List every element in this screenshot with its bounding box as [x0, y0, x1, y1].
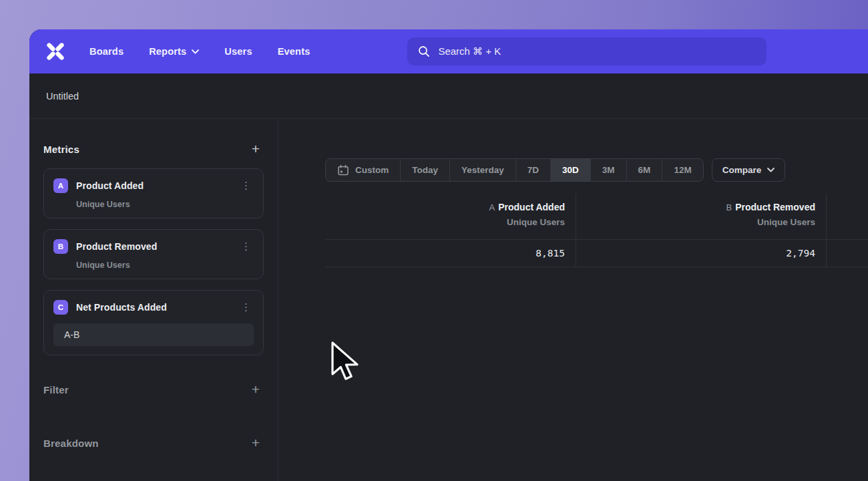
table-header-row: AProduct Added Unique Users BProduct Rem…: [325, 194, 868, 239]
metric-aggregation[interactable]: Unique Users: [76, 200, 254, 209]
date-range-label: 12M: [674, 165, 691, 175]
mixpanel-logo-icon[interactable]: [44, 40, 67, 63]
search-input[interactable]: Search ⌘ + K: [407, 37, 767, 65]
date-range-toolbar: Custom Today Yesterday 7D 30D 3M 6M 12M …: [325, 158, 785, 182]
metric-title: Product Added: [76, 180, 144, 191]
kebab-menu-icon[interactable]: ⋮: [239, 240, 254, 253]
date-range-label: 3M: [602, 165, 615, 175]
table-row: 8,815 2,794: [325, 239, 868, 267]
nav-menu: Boards Reports Users Events: [89, 46, 310, 57]
metric-card-product-added[interactable]: A Product Added ⋮ Unique Users: [43, 168, 264, 218]
search-placeholder: Search ⌘ + K: [438, 45, 501, 57]
column-title: Product Added: [498, 202, 565, 212]
nav-item-label: Events: [278, 46, 310, 57]
filter-section-label: Filter: [43, 384, 69, 395]
date-range-custom[interactable]: Custom: [326, 159, 400, 181]
date-range-segmented-control: Custom Today Yesterday 7D 30D 3M 6M 12M: [325, 158, 704, 182]
breakdown-section-label: Breakdown: [43, 438, 99, 449]
nav-item-label: Reports: [149, 46, 186, 57]
date-range-label: 6M: [638, 165, 651, 175]
metric-card-net-products-added[interactable]: C Net Products Added ⋮ A-B: [43, 290, 264, 355]
date-range-today[interactable]: Today: [400, 159, 449, 181]
add-metric-button[interactable]: +: [248, 141, 264, 157]
app-window: Boards Reports Users Events Search ⌘ + K: [29, 29, 868, 481]
nav-item-boards[interactable]: Boards: [89, 46, 124, 57]
date-range-12m[interactable]: 12M: [662, 159, 702, 181]
value-cell-product-removed: 2,794: [576, 240, 827, 267]
top-nav: Boards Reports Users Events Search ⌘ + K: [29, 29, 868, 73]
compare-label: Compare: [722, 165, 762, 175]
chevron-down-icon: [192, 49, 199, 54]
kebab-menu-icon[interactable]: ⋮: [239, 301, 254, 313]
report-title[interactable]: Untitled: [46, 91, 79, 102]
logo-x-glyph: [45, 41, 65, 61]
column-header-product-removed[interactable]: BProduct Removed Unique Users: [576, 194, 827, 239]
nav-item-events[interactable]: Events: [278, 46, 310, 57]
column-header-spacer: [827, 194, 868, 239]
report-header: Untitled: [29, 73, 868, 119]
metric-badge-c: C: [53, 300, 68, 315]
date-range-label: Custom: [355, 165, 389, 175]
add-breakdown-button[interactable]: +: [248, 435, 264, 451]
compare-button[interactable]: Compare: [712, 158, 786, 182]
nav-item-label: Users: [224, 46, 252, 57]
nav-item-label: Boards: [89, 46, 124, 57]
kebab-menu-icon[interactable]: ⋮: [239, 180, 254, 192]
date-range-label: 30D: [562, 165, 579, 175]
column-badge-letter: A: [489, 202, 495, 212]
date-range-7d[interactable]: 7D: [515, 159, 550, 181]
date-range-label: Today: [412, 165, 438, 175]
metric-badge-a: A: [53, 178, 68, 193]
search-icon: [418, 45, 430, 57]
date-range-30d-selected[interactable]: 30D: [550, 159, 590, 181]
value-cell-spacer: [827, 240, 868, 267]
nav-item-reports[interactable]: Reports: [149, 46, 199, 57]
metrics-section-label: Metrics: [43, 144, 79, 155]
nav-item-users[interactable]: Users: [224, 46, 252, 57]
metric-card-product-removed[interactable]: B Product Removed ⋮ Unique Users: [43, 229, 264, 279]
calendar-icon: [337, 164, 349, 176]
query-builder-sidebar: Metrics + A Product Added ⋮ Unique Users…: [29, 119, 278, 481]
metric-title: Product Removed: [76, 241, 157, 252]
filter-section-header: Filter +: [43, 379, 264, 399]
date-range-yesterday[interactable]: Yesterday: [449, 159, 515, 181]
date-range-label: 7D: [527, 165, 539, 175]
formula-input[interactable]: A-B: [53, 323, 254, 346]
column-subtitle: Unique Users: [576, 217, 815, 227]
add-filter-button[interactable]: +: [248, 381, 264, 397]
date-range-6m[interactable]: 6M: [626, 159, 662, 181]
metric-aggregation[interactable]: Unique Users: [76, 261, 254, 270]
date-range-label: Yesterday: [461, 165, 504, 175]
metric-badge-b: B: [53, 239, 68, 254]
report-main-area: Custom Today Yesterday 7D 30D 3M 6M 12M …: [278, 119, 868, 481]
metrics-results-table: AProduct Added Unique Users BProduct Rem…: [325, 194, 868, 267]
value-cell-product-added: 8,815: [325, 240, 576, 267]
column-header-product-added[interactable]: AProduct Added Unique Users: [325, 194, 576, 239]
date-range-3m[interactable]: 3M: [590, 159, 626, 181]
chevron-down-icon: [767, 168, 775, 172]
column-title: Product Removed: [735, 202, 815, 212]
metrics-section-header: Metrics +: [43, 139, 264, 159]
breakdown-section-header: Breakdown +: [43, 433, 264, 453]
column-subtitle: Unique Users: [325, 217, 565, 227]
metric-title: Net Products Added: [76, 302, 167, 313]
column-badge-letter: B: [726, 202, 732, 212]
